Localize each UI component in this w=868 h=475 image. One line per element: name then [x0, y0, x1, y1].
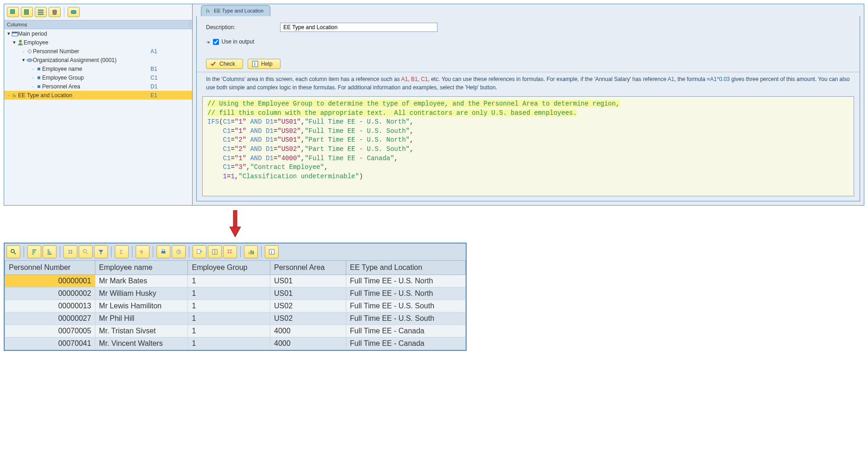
- table-row[interactable]: 00070005Mr. Tristan Sivset14000Full Time…: [5, 325, 466, 338]
- svg-rect-40: [228, 250, 230, 251]
- svg-rect-25: [32, 251, 35, 253]
- col-ee-type-location[interactable]: EE Type and Location: [346, 261, 465, 275]
- svg-rect-3: [38, 10, 44, 11]
- find-next-button[interactable]: [79, 245, 93, 258]
- cell-eg: 1: [188, 312, 270, 325]
- result-panel: Σ ⅋ i Personnel Number Employee name Emp…: [4, 243, 467, 351]
- tree-ee-type-location[interactable]: · fx EE Type and Location E1: [4, 91, 192, 100]
- info-button[interactable]: i: [265, 245, 279, 258]
- tree-employee-group[interactable]: · Employee Group C1: [4, 73, 192, 82]
- use-in-output-label: Use in output: [222, 38, 255, 45]
- tab-ee-type-location[interactable]: fx EE Type and Location: [201, 5, 270, 16]
- help-button[interactable]: i Help: [248, 59, 281, 69]
- svg-rect-29: [48, 250, 50, 251]
- cell-en: Mr. Tristan Sivset: [95, 325, 188, 338]
- check-button[interactable]: Check: [206, 59, 243, 69]
- svg-rect-28: [48, 251, 50, 253]
- person-icon: [17, 39, 24, 46]
- sort-desc-button[interactable]: [43, 245, 56, 258]
- table-row[interactable]: 00000027Mr Phil Hill1US02Full Time EE - …: [5, 312, 466, 325]
- svg-rect-41: [230, 250, 232, 251]
- tree-org-assignment[interactable]: ▾ Organizational Assignment (0001): [4, 56, 192, 64]
- cell-en: Mr Phil Hill: [95, 312, 188, 325]
- svg-point-30: [83, 250, 87, 253]
- col-personnel-area[interactable]: Personnel Area: [270, 261, 346, 275]
- svg-rect-44: [249, 252, 250, 254]
- svg-rect-45: [250, 250, 252, 255]
- svg-rect-15: [37, 85, 40, 88]
- columns-tree: ▾ Main period ▾ Employee ·: [4, 29, 192, 205]
- edit-column-button[interactable]: [21, 7, 33, 17]
- table-row[interactable]: 00000001Mr Mark Bates1US01Full Time EE -…: [5, 275, 466, 288]
- description-label: Description:: [206, 24, 280, 31]
- svg-marker-21: [230, 227, 241, 237]
- cell-pa: US01: [270, 275, 346, 288]
- svg-line-23: [14, 252, 16, 254]
- result-toolbar: Σ ⅋ i: [5, 244, 466, 260]
- svg-rect-5: [38, 14, 44, 15]
- cell-pa: US01: [270, 288, 346, 300]
- grid-button[interactable]: [223, 245, 237, 258]
- local-file-button[interactable]: [172, 245, 186, 258]
- use-in-output-checkbox[interactable]: [213, 39, 219, 45]
- check-icon: [210, 61, 217, 67]
- infotype-icon: [26, 57, 33, 63]
- cell-etl: Full Time EE - U.S. North: [346, 275, 465, 288]
- print-button[interactable]: [156, 245, 170, 258]
- svg-rect-24: [32, 250, 37, 251]
- result-table: Personnel Number Employee name Employee …: [5, 260, 466, 350]
- info-icon: i: [252, 61, 258, 67]
- svg-rect-26: [32, 254, 34, 255]
- settings-button[interactable]: [68, 7, 80, 17]
- details-button[interactable]: [6, 245, 20, 258]
- field-icon: [36, 66, 42, 72]
- filter-button[interactable]: [94, 245, 108, 258]
- diamond-icon: [26, 48, 33, 55]
- svg-rect-35: [162, 250, 164, 251]
- svg-rect-2: [27, 10, 29, 15]
- col-employee-group[interactable]: Employee Group: [188, 261, 270, 275]
- svg-point-10: [19, 40, 22, 43]
- table-row[interactable]: 00000002Mr William Husky1US01Full Time E…: [5, 288, 466, 300]
- description-input[interactable]: [280, 23, 437, 32]
- cell-eg: 1: [188, 288, 270, 300]
- svg-rect-13: [37, 68, 40, 70]
- tree-employee-name[interactable]: · Employee name B1: [4, 64, 192, 73]
- export-button[interactable]: [193, 245, 206, 258]
- switch-layout-button[interactable]: [208, 245, 222, 258]
- tree-employee[interactable]: ▾ Employee: [4, 38, 192, 47]
- field-icon: [36, 83, 42, 90]
- svg-rect-4: [38, 12, 44, 13]
- svg-rect-27: [48, 254, 52, 255]
- sort-asc-button[interactable]: [27, 245, 41, 258]
- sum-button[interactable]: Σ: [115, 245, 129, 258]
- col-employee-name[interactable]: Employee name: [95, 261, 188, 275]
- subtotal-button[interactable]: ⅋: [136, 245, 150, 258]
- output-arrow-icon: ▫▸: [206, 39, 210, 44]
- svg-text:fx: fx: [12, 93, 16, 98]
- cell-etl: Full Time EE - U.S. South: [346, 300, 465, 312]
- table-row[interactable]: 00000013Mr Lewis Hamiliton1US02Full Time…: [5, 300, 466, 312]
- tree-personnel-number[interactable]: · Personnel Number A1: [4, 47, 192, 56]
- cell-pa: 4000: [270, 338, 346, 350]
- layout-button[interactable]: [35, 7, 47, 17]
- table-row[interactable]: 00070041Mr. Vincent Walters14000Full Tim…: [5, 338, 466, 350]
- svg-rect-7: [71, 11, 76, 14]
- col-personnel-number[interactable]: Personnel Number: [5, 261, 95, 275]
- delete-column-button[interactable]: [49, 7, 61, 17]
- find-button[interactable]: [63, 245, 77, 258]
- columns-panel: Columns ▾ Main period ▾ Employee ·: [4, 4, 193, 205]
- add-column-button[interactable]: [7, 7, 19, 17]
- tree-main-period[interactable]: ▾ Main period: [4, 29, 192, 38]
- cell-etl: Full Time EE - U.S. North: [346, 288, 465, 300]
- cell-eg: 1: [188, 338, 270, 350]
- svg-rect-6: [53, 10, 56, 11]
- svg-rect-42: [228, 252, 230, 254]
- cell-pn: 00000027: [5, 312, 95, 325]
- chart-button[interactable]: [244, 245, 258, 258]
- svg-text:Σ: Σ: [120, 249, 123, 255]
- svg-text:fx: fx: [206, 8, 210, 13]
- tree-personnel-area[interactable]: · Personnel Area D1: [4, 82, 192, 91]
- columns-header: Columns: [4, 20, 192, 29]
- formula-editor[interactable]: // Using the Employee Group to determine…: [202, 96, 854, 196]
